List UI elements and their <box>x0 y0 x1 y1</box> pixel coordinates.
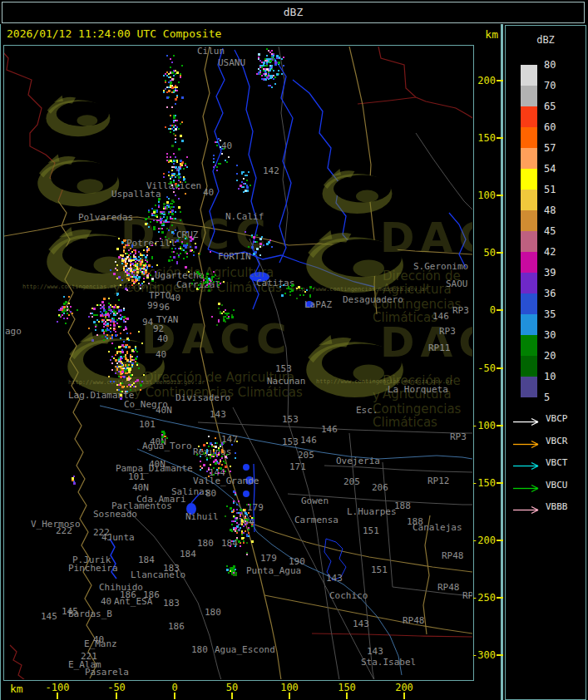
y-axis-tick-label: 100 <box>469 190 496 201</box>
vector-legend-row: VBCR <box>512 436 584 446</box>
radar-echo-layer <box>0 0 588 700</box>
scale-tick-label: 39 <box>544 267 577 279</box>
scale-swatch <box>521 252 537 273</box>
x-axis-tick-label: 50 <box>215 682 249 693</box>
scale-tick-label: 65 <box>544 101 577 112</box>
y-axis-tick-mark <box>497 482 503 484</box>
x-axis-tick-label: 0 <box>158 682 191 693</box>
scale-tick-label: 51 <box>544 184 577 195</box>
x-axis-tick-mark <box>289 693 290 699</box>
scale-tick-label: 20 <box>544 350 577 362</box>
x-axis-tick-mark <box>231 693 233 699</box>
scale-swatch <box>521 169 537 190</box>
scale-swatch <box>521 231 537 252</box>
scale-swatch <box>521 335 537 356</box>
vector-legend-label: VBCT <box>546 457 568 468</box>
radar-app-window: { "header": { "title": "dBZ" }, "map_hea… <box>0 0 588 700</box>
scale-tick-label: 80 <box>544 59 577 71</box>
scale-tick-label: 36 <box>544 288 577 299</box>
y-axis-tick-label: -250 <box>469 592 496 604</box>
vector-arrow-icon <box>512 505 544 515</box>
y-axis-tick-label: 200 <box>469 75 496 86</box>
y-axis-tick-mark <box>497 654 503 656</box>
scale-tick-label: 30 <box>544 329 577 341</box>
vector-legend-row: VBCU <box>512 481 584 490</box>
x-axis-tick-label: -50 <box>100 682 133 693</box>
vector-arrow-icon <box>512 440 544 449</box>
scale-swatch <box>521 190 537 210</box>
scale-tick-label: 57 <box>544 142 577 154</box>
scale-tick-label: 54 <box>544 163 577 175</box>
scale-swatch <box>521 377 537 397</box>
scale-swatch <box>521 273 537 293</box>
y-axis-tick-label: -100 <box>469 420 496 431</box>
x-axis-tick-label: 150 <box>330 682 363 693</box>
vector-legend-label: VBCP <box>546 413 568 424</box>
scale-swatch <box>521 314 537 335</box>
vector-legend-row: VBBB <box>512 502 584 512</box>
y-axis-tick-label: -300 <box>469 649 496 661</box>
y-axis-tick-label: -50 <box>469 362 496 374</box>
y-axis-tick-label: -150 <box>469 477 496 489</box>
scale-swatch <box>521 356 537 377</box>
x-axis-tick-label: 100 <box>273 682 306 693</box>
scale-swatch <box>521 210 537 231</box>
color-scale-panel: dBZ 807065605754514845423936353020105VBC… <box>505 25 586 700</box>
scale-swatch <box>521 148 537 169</box>
x-axis-tick-label: 200 <box>388 682 421 693</box>
scale-tick-label: 42 <box>544 246 577 258</box>
scale-tick-label: 10 <box>544 371 577 382</box>
y-axis-tick-label: 150 <box>469 132 496 144</box>
x-axis-tick-mark <box>174 693 175 699</box>
scale-swatch <box>521 86 537 106</box>
scale-tick-label: 60 <box>544 121 577 133</box>
y-axis-tick-label: -200 <box>469 535 496 546</box>
vector-legend-row: VBCT <box>512 458 584 468</box>
scale-tick-label: 70 <box>544 80 577 91</box>
scale-tick-label: 48 <box>544 205 577 216</box>
y-axis-tick-mark <box>497 137 503 139</box>
y-axis-tick-mark <box>497 425 503 426</box>
scale-swatch <box>521 106 537 127</box>
scale-tick-label: 5 <box>544 392 577 403</box>
x-axis-unit-label: km <box>10 683 23 695</box>
scale-swatch <box>521 293 537 314</box>
vector-arrow-icon <box>512 484 544 493</box>
vector-legend-label: VBBB <box>546 501 568 512</box>
scale-tick-label: 35 <box>544 308 577 320</box>
y-axis-tick-mark <box>497 597 503 599</box>
vector-arrow-icon <box>512 417 544 426</box>
x-axis-tick-label: -100 <box>41 682 74 693</box>
y-axis-tick-label: 0 <box>469 304 496 316</box>
scale-swatch <box>521 127 537 148</box>
y-axis-tick-mark <box>497 252 503 254</box>
scale-tick-label: 45 <box>544 225 577 237</box>
vector-legend-label: VBCR <box>546 436 568 446</box>
y-axis-tick-label: 50 <box>469 247 496 259</box>
x-axis-tick-mark <box>403 693 405 699</box>
vector-legend-row: VBCP <box>512 414 584 424</box>
y-axis-tick-mark <box>497 540 503 541</box>
y-axis-tick-mark <box>497 309 503 311</box>
vector-legend-label: VBCU <box>546 480 568 490</box>
scale-swatch <box>521 65 537 86</box>
y-axis-tick-mark <box>497 80 503 81</box>
scale-title: dBZ <box>506 34 586 46</box>
vector-arrow-icon <box>512 461 544 471</box>
y-axis-tick-mark <box>497 195 503 196</box>
y-axis-tick-mark <box>497 367 503 369</box>
x-axis-tick-mark <box>57 693 58 699</box>
x-axis-tick-mark <box>346 693 348 699</box>
x-axis-tick-mark <box>116 693 117 699</box>
